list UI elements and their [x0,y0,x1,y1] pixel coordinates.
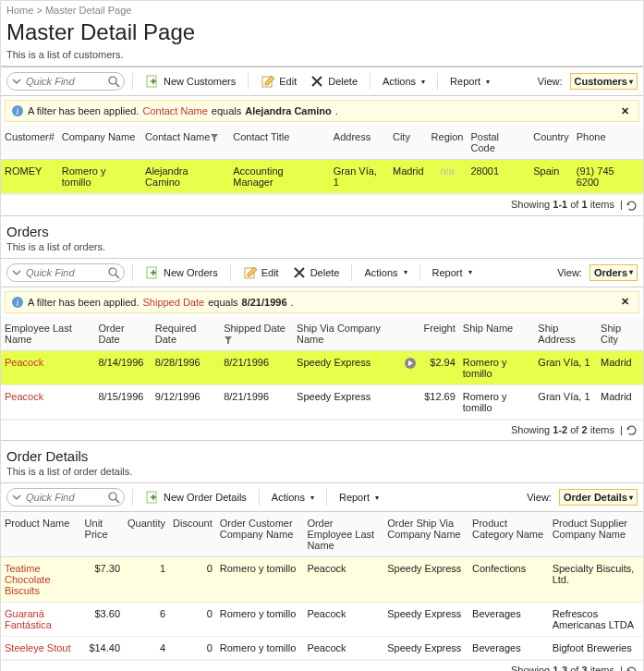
col-company[interactable]: Company Name [58,126,141,160]
svg-point-0 [109,77,116,84]
row-arrow-icon [400,384,420,419]
new-order-details-button[interactable]: New Order Details [140,487,251,507]
col-freight[interactable]: Freight [420,317,459,351]
col-shipcity[interactable]: Ship City [597,317,643,351]
cell-pcat: Beverages [468,603,549,637]
table-row[interactable]: Peacock 8/14/1996 8/28/1996 8/21/1996 Sp… [1,350,643,384]
quickfind-dropdown-icon[interactable] [9,490,24,505]
actions-button[interactable]: Actions▾ [378,73,430,90]
view-selector[interactable]: Order Details▾ [559,489,638,506]
search-icon[interactable] [107,75,120,88]
col-product[interactable]: Product Name [1,512,81,557]
col-required-date[interactable]: Required Date [152,317,220,351]
col-employee[interactable]: Employee Last Name [1,317,95,351]
view-selector[interactable]: Customers▾ [570,73,638,90]
quickfind[interactable] [6,488,125,506]
col-city[interactable]: City [389,126,428,160]
quickfind-input[interactable] [24,74,107,89]
col-address[interactable]: Address [330,126,389,160]
col-price[interactable]: Unit Price [81,512,124,557]
cell-psup: Bigfoot Breweries [549,637,643,660]
cell-employee[interactable]: Peacock [1,384,95,419]
col-order-date[interactable]: Order Date [95,317,152,351]
svg-line-14 [115,499,119,503]
report-button[interactable]: Report▾ [334,489,383,506]
delete-button[interactable]: Delete [305,71,362,92]
svg-line-7 [115,274,119,278]
col-pcat[interactable]: Product Category Name [468,512,549,557]
search-icon[interactable] [107,266,120,279]
actions-button[interactable]: Actions▾ [267,489,319,506]
cell-postal: 28001 [467,160,529,194]
edit-button[interactable]: Edit [256,71,301,92]
filter-value: Alejandra Camino [245,105,332,116]
breadcrumb-home-link[interactable]: Home [6,5,33,16]
search-icon[interactable] [107,491,120,504]
col-shipvia[interactable]: Ship Via Company Name [293,317,400,351]
customers-grid: Customer# Company Name Contact Name Cont… [1,126,643,194]
delete-icon [292,265,307,280]
col-disc[interactable]: Discount [169,512,216,557]
quickfind-input[interactable] [24,490,107,505]
col-title[interactable]: Contact Title [229,126,330,160]
table-row[interactable]: Guaraná Fantástica $3.60 6 0 Romero y to… [1,603,643,637]
cell-employee[interactable]: Peacock [1,350,95,384]
svg-point-6 [109,268,116,275]
quickfind-dropdown-icon[interactable] [9,74,24,89]
col-oship[interactable]: Order Ship Via Company Name [383,512,468,557]
details-title: Order Details [1,440,643,466]
col-shipname[interactable]: Ship Name [459,317,535,351]
details-desc: This is a list of order details. [1,466,643,482]
chevron-down-icon: ▾ [375,494,379,502]
quickfind-dropdown-icon[interactable] [9,265,24,280]
cell-product[interactable]: Steeleye Stout [1,637,81,660]
col-contact[interactable]: Contact Name [141,126,229,160]
chevron-down-icon: ▾ [486,78,490,86]
cell-product[interactable]: Teatime Chocolate Biscuits [1,557,81,603]
chevron-down-icon: ▾ [629,78,633,86]
col-ocust[interactable]: Order Customer Company Name [216,512,304,557]
report-button[interactable]: Report▾ [428,264,477,281]
col-psup[interactable]: Product Supplier Company Name [549,512,643,557]
cell-oemp: Peacock [303,637,383,660]
col-shipped-date[interactable]: Shipped Date [220,317,293,351]
actions-button[interactable]: Actions▾ [359,264,411,281]
table-row[interactable]: Teatime Chocolate Biscuits $7.30 1 0 Rom… [1,557,643,603]
cell-product[interactable]: Guaraná Fantástica [1,603,81,637]
new-orders-button[interactable]: New Orders [140,262,223,283]
orders-filter-notice: i A filter has been applied. Shipped Dat… [5,291,639,313]
edit-button[interactable]: Edit [238,262,284,283]
col-qty[interactable]: Quantity [124,512,169,557]
refresh-icon[interactable] [626,424,638,436]
close-filter-button[interactable]: ✕ [617,105,633,117]
col-customer-id[interactable]: Customer# [1,126,58,160]
refresh-icon[interactable] [626,200,638,212]
page-title: Master Detail Page [1,19,643,49]
cell-freight: $2.94 [420,350,459,384]
quickfind[interactable] [6,72,125,91]
details-grid: Product Name Unit Price Quantity Discoun… [1,512,643,660]
cell-contact: Alejandra Camino [141,160,229,194]
close-filter-button[interactable]: ✕ [617,296,633,308]
quickfind-input[interactable] [24,265,107,280]
delete-button[interactable]: Delete [287,262,345,283]
table-row[interactable]: ROMEY Romero y tomillo Alejandra Camino … [1,160,643,194]
table-row[interactable]: Steeleye Stout $14.40 4 0 Romero y tomil… [1,637,643,660]
chevron-down-icon: ▾ [404,268,407,276]
new-customers-button[interactable]: New Customers [140,71,240,92]
view-selector[interactable]: Orders▾ [589,264,638,281]
cell-country: Spain [529,160,573,194]
cell-price: $3.60 [81,603,124,637]
row-arrow-icon[interactable] [400,350,420,384]
col-postal[interactable]: Postal Code [467,126,529,160]
col-region[interactable]: Region [428,126,468,160]
refresh-icon[interactable] [626,665,638,671]
col-country[interactable]: Country [529,126,573,160]
quickfind[interactable] [6,263,125,282]
col-oemp[interactable]: Order Employee Last Name [303,512,383,557]
details-toolbar: New Order Details Actions▾ Report▾ View:… [1,482,643,512]
col-phone[interactable]: Phone [573,126,643,160]
table-row[interactable]: Peacock 8/15/1996 9/12/1996 8/21/1996 Sp… [1,384,643,419]
report-button[interactable]: Report▾ [445,73,494,90]
col-shipaddr[interactable]: Ship Address [534,317,597,351]
